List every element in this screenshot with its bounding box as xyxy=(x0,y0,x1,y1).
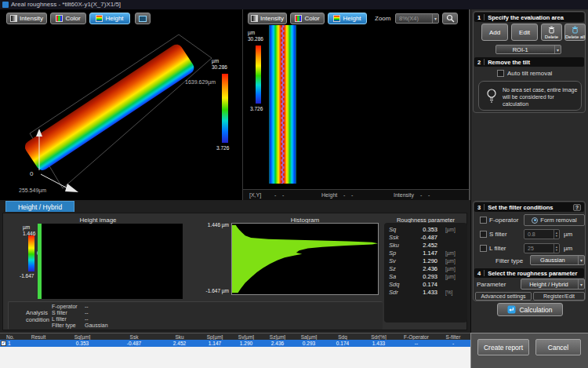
roughness-row: Sdr1.433[%] xyxy=(384,288,467,296)
calculation-button[interactable]: Calculation xyxy=(497,303,563,316)
title-bar: Areal roughness - *tilt60X-y1(X_7)X1/5] xyxy=(0,0,588,9)
analysis-condition: Analysis condition F-operator-- S filter… xyxy=(8,301,383,330)
calculation-icon xyxy=(507,305,516,314)
height-colorbar-min: -1.647 xyxy=(20,273,34,279)
xy-status-value: - - xyxy=(274,192,284,198)
trash-icon xyxy=(548,26,555,34)
s-filter-label: S filter xyxy=(489,231,507,238)
advanced-settings-button[interactable]: Advanced settings xyxy=(475,292,532,301)
filter-type-select[interactable]: Gaussian ▾ xyxy=(530,255,585,265)
3d-rod xyxy=(23,42,197,173)
parameter-label: Parameter xyxy=(477,281,506,288)
trash-all-icon xyxy=(572,26,579,34)
roughness-row: Ssk-0.487 xyxy=(384,233,467,241)
roughness-parameter-panel: Sq0.353[µm] Ssk-0.487 Sku2.452 Sp1.147[µ… xyxy=(384,223,467,322)
delete-all-button[interactable]: Delete all xyxy=(564,24,586,41)
create-report-button[interactable]: Create report xyxy=(477,339,529,355)
condition-row: Filter typeGaussian xyxy=(52,322,108,329)
areal-roughness-window: Areal roughness - *tilt60X-y1(X_7)X1/5] xyxy=(0,0,588,368)
roughness-row: Sz2.436[µm] xyxy=(384,264,467,272)
height-status-value: - - xyxy=(343,192,353,198)
help-button[interactable]: ? xyxy=(573,204,581,211)
histogram-max-label: 1.446 µm xyxy=(193,222,229,228)
delete-button[interactable]: Delete xyxy=(541,24,562,41)
roughness-row: Sp1.147[µm] xyxy=(384,249,467,257)
form-removal-icon xyxy=(532,217,538,224)
add-button[interactable]: Add xyxy=(481,24,508,41)
height-icon xyxy=(96,15,103,22)
l-filter-value[interactable]: 25 ▴▾ xyxy=(524,243,560,253)
spinner-arrows[interactable]: ▴▾ xyxy=(554,244,559,253)
intensity-status-value: - - xyxy=(420,192,430,198)
table-row[interactable]: ✓ 1 0.353 -0.487 2.452 1.147 1.290 2.436… xyxy=(0,340,470,347)
height-image-title: Height image xyxy=(11,217,185,224)
tab-height-hybrid[interactable]: Height / Hybrid xyxy=(5,201,74,212)
sidebar: 1 Specify the evaluation area Add Edit D… xyxy=(470,9,588,333)
height-map-image xyxy=(269,25,296,184)
l-filter-checkbox[interactable] xyxy=(480,245,487,252)
spinner-arrows[interactable]: ▴▾ xyxy=(554,230,559,239)
color-icon xyxy=(56,15,63,22)
roughness-row: Sku2.452 xyxy=(384,241,467,249)
filter-type-label: Filter type xyxy=(495,257,523,264)
colorbar-2d xyxy=(256,46,261,104)
evaluation-area-section: 1 Specify the evaluation area Add Edit D… xyxy=(473,11,586,113)
section1-header: 1 Specify the evaluation area xyxy=(474,13,584,22)
analysis-panel-body: Height image µm 1.446 0 -1.647 Histogram… xyxy=(2,213,467,330)
intensity-icon xyxy=(251,15,258,22)
intensity-status-label: Intensity xyxy=(394,192,414,198)
info-text: No area set case, entire image will be c… xyxy=(503,86,578,107)
info-box: No area set case, entire image will be c… xyxy=(478,81,582,111)
parameter-select[interactable]: Height / Hybrid ▾ xyxy=(521,279,585,290)
condition-row: L filter-- xyxy=(52,316,89,322)
chevron-down-icon: ▾ xyxy=(578,256,584,264)
color-button-2d[interactable]: Color xyxy=(290,13,325,24)
condition-row: S filter-- xyxy=(52,310,89,316)
display-mode-button[interactable] xyxy=(135,13,151,24)
s-filter-value[interactable]: 0.8 ▴▾ xyxy=(524,229,560,239)
f-operator-checkbox[interactable] xyxy=(480,217,487,224)
row-checkbox[interactable]: ✓ xyxy=(1,341,6,346)
form-removal-button[interactable]: Form removal xyxy=(524,214,585,226)
height-icon xyxy=(333,15,340,22)
zoom-select[interactable]: 8%(X4) ▾ xyxy=(395,13,439,24)
cancel-button[interactable]: Cancel xyxy=(535,339,581,355)
condition-row: F-operator-- xyxy=(52,304,89,310)
height-button[interactable]: Height xyxy=(89,13,130,24)
colorbar-2d-min: 3.726 xyxy=(250,106,263,112)
3d-scene: 0 xyxy=(0,9,243,200)
color-button[interactable]: Color xyxy=(50,13,86,24)
intensity-button-2d[interactable]: Intensity xyxy=(248,13,287,24)
intensity-button[interactable]: Intensity xyxy=(6,13,47,24)
roi-select[interactable]: ROI-1 ▾ xyxy=(495,45,561,54)
section4-header: 4 Select the roughness parameter xyxy=(474,268,584,278)
filter-section: 3 Set the filter conditions ? F-operator… xyxy=(473,201,586,301)
register-edit-button[interactable]: Register/Edit xyxy=(533,292,585,301)
auto-tilt-checkbox[interactable] xyxy=(497,70,504,77)
origin-label: 0 xyxy=(30,170,34,177)
magnifier-button[interactable] xyxy=(442,13,458,24)
chevron-down-icon: ▾ xyxy=(432,14,438,23)
height-map-right-dots xyxy=(283,25,285,184)
height-colorbar xyxy=(28,235,34,271)
l-filter-unit: µm xyxy=(564,245,572,252)
roughness-row: Sa0.293[µm] xyxy=(384,272,467,280)
height-map-left-dots xyxy=(281,25,282,184)
analysis-panel: Height / Hybrid Height image µm 1.446 0 … xyxy=(0,200,470,333)
colorbar-3d-min: 3.726 xyxy=(216,145,229,151)
height-image-stripe xyxy=(38,224,42,299)
histogram-shape xyxy=(232,224,378,294)
footer-panel: Create report Cancel xyxy=(470,333,588,368)
chevron-down-icon: ▾ xyxy=(554,46,561,53)
edit-button[interactable]: Edit xyxy=(511,24,538,41)
app-icon xyxy=(2,2,9,8)
roughness-row: Sdq0.174 xyxy=(384,280,467,288)
f-operator-label: F-operator xyxy=(489,217,518,224)
3d-display-icon xyxy=(139,16,147,22)
s-filter-unit: µm xyxy=(564,231,572,238)
section2-header: 2 Remove the tilt xyxy=(474,57,584,67)
height-button-2d[interactable]: Height xyxy=(328,13,367,24)
viewport-3d: 0 1639.629µm 255.549µm Intensity Color H… xyxy=(0,9,243,200)
s-filter-checkbox[interactable] xyxy=(480,231,487,238)
color-icon xyxy=(295,15,302,22)
